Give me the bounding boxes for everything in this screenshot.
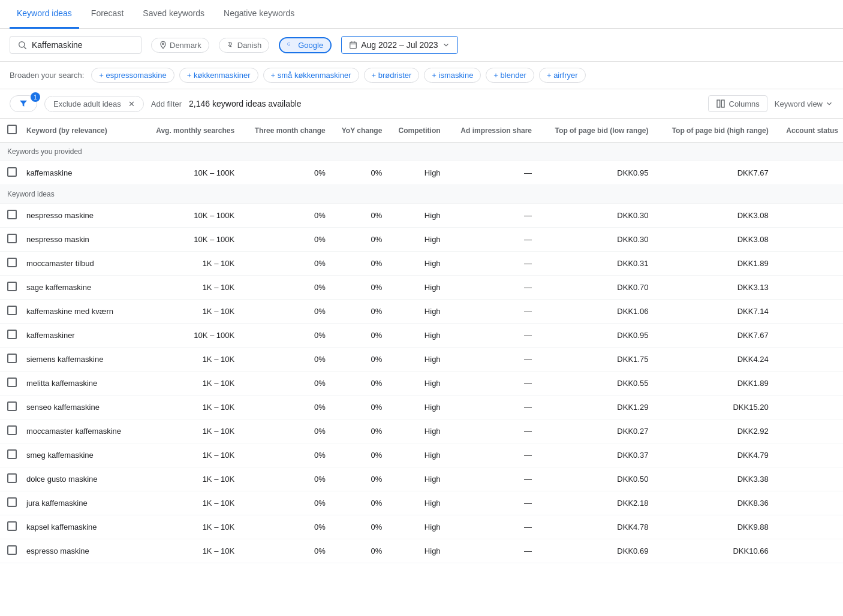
cell-avg-monthly: 10K – 100K: [140, 161, 239, 185]
date-label: Aug 2022 – Jul 2023: [361, 40, 438, 50]
exclude-adult-button[interactable]: Exclude adult ideas ✕: [44, 96, 144, 112]
row-checkbox[interactable]: [0, 276, 22, 300]
broaden-chip-2[interactable]: + små køkkenmaskiner: [263, 68, 359, 83]
row-checkbox[interactable]: [0, 372, 22, 395]
header-checkbox[interactable]: [0, 119, 22, 143]
row-checkbox[interactable]: [0, 161, 22, 185]
cell-avg-monthly: 1K – 10K: [140, 419, 239, 443]
cell-keyword[interactable]: kaffemaskine med kværn: [22, 300, 140, 324]
header-three-month[interactable]: Three month change: [239, 119, 330, 143]
cell-ad-impression: —: [445, 276, 537, 300]
row-checkbox[interactable]: [0, 467, 22, 491]
cell-three-month: 0%: [239, 491, 330, 515]
cell-top-bid-high: DKK3.08: [653, 228, 773, 252]
cell-keyword[interactable]: nespresso maskin: [22, 228, 140, 252]
cell-account-status: [773, 539, 843, 563]
chevron-down-icon: [825, 99, 833, 108]
columns-button[interactable]: Columns: [708, 95, 767, 112]
header-top-bid-low[interactable]: Top of page bid (low range): [537, 119, 653, 143]
header-competition[interactable]: Competition: [387, 119, 445, 143]
cell-yoy: 0%: [330, 228, 387, 252]
cell-ad-impression: —: [445, 204, 537, 228]
cell-keyword[interactable]: kaffemaskiner: [22, 324, 140, 348]
broaden-chip-0[interactable]: + espressomaskine: [91, 68, 174, 83]
cell-keyword[interactable]: jura kaffemaskine: [22, 491, 140, 515]
location-chip[interactable]: Denmark: [151, 38, 209, 53]
tab-forecast[interactable]: Forecast: [84, 0, 131, 29]
broaden-chip-5[interactable]: + blender: [486, 68, 534, 83]
cell-keyword[interactable]: kaffemaskine: [22, 161, 140, 185]
header-yoy[interactable]: YoY change: [330, 119, 387, 143]
cell-three-month: 0%: [239, 276, 330, 300]
cell-top-bid-high: DKK3.13: [653, 276, 773, 300]
row-checkbox[interactable]: [0, 228, 22, 252]
row-checkbox[interactable]: [0, 300, 22, 324]
row-checkbox[interactable]: [0, 491, 22, 515]
row-checkbox[interactable]: [0, 252, 22, 276]
header-ad-impression[interactable]: Ad impression share: [445, 119, 537, 143]
svg-point-2: [162, 43, 164, 45]
tab-negative-keywords[interactable]: Negative keywords: [216, 0, 302, 29]
cell-top-bid-low: DKK0.30: [537, 204, 653, 228]
row-checkbox[interactable]: [0, 419, 22, 443]
cell-account-status: [773, 348, 843, 372]
add-filter-button[interactable]: Add filter: [151, 99, 182, 108]
row-checkbox[interactable]: [0, 204, 22, 228]
cell-keyword[interactable]: siemens kaffemaskine: [22, 348, 140, 372]
keyword-view-button[interactable]: Keyword view: [775, 99, 833, 108]
cell-keyword[interactable]: kapsel kaffemaskine: [22, 515, 140, 539]
network-chip[interactable]: G Google: [279, 37, 332, 53]
cell-keyword[interactable]: senseo kaffemaskine: [22, 395, 140, 419]
cell-keyword[interactable]: moccamaster tilbud: [22, 252, 140, 276]
cell-keyword[interactable]: smeg kaffemaskine: [22, 443, 140, 467]
cell-avg-monthly: 1K – 10K: [140, 252, 239, 276]
search-box[interactable]: [10, 36, 141, 54]
cell-keyword[interactable]: dolce gusto maskine: [22, 467, 140, 491]
row-checkbox[interactable]: [0, 324, 22, 348]
row-checkbox[interactable]: [0, 348, 22, 372]
cell-yoy: 0%: [330, 515, 387, 539]
cell-competition: High: [387, 161, 445, 185]
cell-keyword[interactable]: espresso maskine: [22, 539, 140, 563]
header-avg-monthly[interactable]: Avg. monthly searches: [140, 119, 239, 143]
row-checkbox[interactable]: [0, 395, 22, 419]
filter-button[interactable]: 1: [10, 95, 37, 112]
broaden-chip-6[interactable]: + airfryer: [539, 68, 586, 83]
broaden-chip-4[interactable]: + ismaskine: [424, 68, 481, 83]
broaden-chip-1[interactable]: + køkkenmaskiner: [179, 68, 258, 83]
cell-account-status: [773, 491, 843, 515]
language-chip[interactable]: Danish: [219, 38, 269, 53]
row-checkbox[interactable]: [0, 515, 22, 539]
cell-keyword[interactable]: sage kaffemaskine: [22, 276, 140, 300]
section-header-ideas: Keyword ideas: [0, 185, 843, 204]
cell-yoy: 0%: [330, 443, 387, 467]
header-keyword[interactable]: Keyword (by relevance): [22, 119, 140, 143]
header-top-bid-high[interactable]: Top of page bid (high range): [653, 119, 773, 143]
cell-account-status: [773, 419, 843, 443]
row-checkbox[interactable]: [0, 539, 22, 563]
calendar-icon: [349, 41, 357, 49]
cell-top-bid-low: DKK1.06: [537, 300, 653, 324]
cell-three-month: 0%: [239, 228, 330, 252]
cell-avg-monthly: 1K – 10K: [140, 276, 239, 300]
cell-account-status: [773, 395, 843, 419]
row-checkbox[interactable]: [0, 443, 22, 467]
cell-keyword[interactable]: melitta kaffemaskine: [22, 372, 140, 395]
cell-three-month: 0%: [239, 204, 330, 228]
table-body: Keywords you provided kaffemaskine 10K –…: [0, 143, 843, 563]
select-all-checkbox[interactable]: [7, 125, 17, 134]
cell-avg-monthly: 10K – 100K: [140, 204, 239, 228]
cell-keyword[interactable]: nespresso maskine: [22, 204, 140, 228]
cell-top-bid-low: DKK0.55: [537, 372, 653, 395]
cell-keyword[interactable]: moccamaster kaffemaskine: [22, 419, 140, 443]
close-icon[interactable]: ✕: [128, 99, 135, 108]
search-input[interactable]: [32, 40, 128, 50]
cell-three-month: 0%: [239, 395, 330, 419]
table-row: espresso maskine 1K – 10K 0% 0% High — D…: [0, 539, 843, 563]
date-chip[interactable]: Aug 2022 – Jul 2023: [341, 36, 457, 54]
cell-competition: High: [387, 300, 445, 324]
broaden-chip-3[interactable]: + brødrister: [364, 68, 420, 83]
tab-saved-keywords[interactable]: Saved keywords: [136, 0, 212, 29]
cell-top-bid-high: DKK7.67: [653, 161, 773, 185]
tab-keyword-ideas[interactable]: Keyword ideas: [10, 0, 79, 29]
